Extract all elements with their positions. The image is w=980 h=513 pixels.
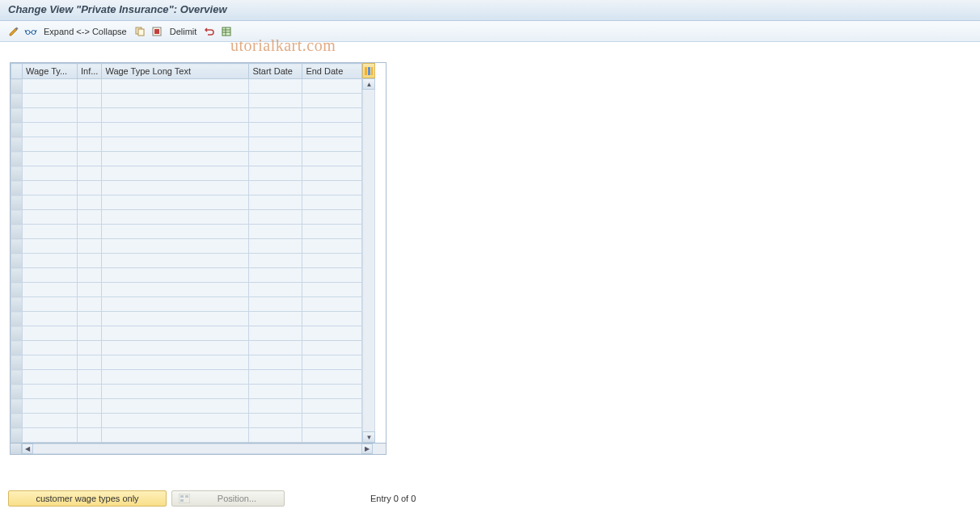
glasses-icon[interactable] [23, 24, 38, 39]
cell[interactable] [249, 166, 302, 181]
cell[interactable] [102, 370, 249, 385]
cell[interactable] [302, 239, 362, 254]
cell[interactable] [249, 94, 302, 108]
cell[interactable] [302, 196, 362, 210]
row-selector[interactable] [11, 79, 23, 94]
cell[interactable] [102, 326, 249, 341]
cell[interactable] [23, 152, 78, 166]
cell[interactable] [302, 108, 362, 123]
cell[interactable] [249, 355, 302, 370]
cell[interactable] [302, 428, 362, 443]
table-row[interactable] [11, 399, 362, 414]
cell[interactable] [23, 297, 78, 312]
cell[interactable] [102, 152, 249, 166]
cell[interactable] [102, 341, 249, 355]
cell[interactable] [302, 152, 362, 166]
cell[interactable] [102, 196, 249, 210]
cell[interactable] [78, 181, 102, 196]
cell[interactable] [249, 297, 302, 312]
cell[interactable] [302, 326, 362, 341]
cell[interactable] [78, 414, 102, 428]
data-table[interactable]: Wage Ty... Inf... Wage Type Long Text St… [11, 63, 362, 443]
cell[interactable] [249, 108, 302, 123]
cell[interactable] [102, 181, 249, 196]
row-selector[interactable] [11, 312, 23, 326]
cell[interactable] [249, 152, 302, 166]
table-row[interactable] [11, 123, 362, 137]
row-selector[interactable] [11, 297, 23, 312]
table-row[interactable] [11, 355, 362, 370]
table-row[interactable] [11, 239, 362, 254]
cell[interactable] [249, 399, 302, 414]
table-row[interactable] [11, 166, 362, 181]
table-row[interactable] [11, 196, 362, 210]
cell[interactable] [78, 428, 102, 443]
cell[interactable] [102, 268, 249, 283]
cell[interactable] [78, 239, 102, 254]
cell[interactable] [102, 79, 249, 94]
cell[interactable] [302, 385, 362, 399]
copy-icon[interactable] [133, 24, 147, 39]
cell[interactable] [78, 210, 102, 225]
cell[interactable] [302, 370, 362, 385]
cell[interactable] [78, 399, 102, 414]
row-selector[interactable] [11, 283, 23, 297]
col-header-wagetype[interactable]: Wage Ty... [23, 64, 78, 79]
cell[interactable] [23, 94, 78, 108]
row-selector[interactable] [11, 225, 23, 239]
col-header-longtext[interactable]: Wage Type Long Text [102, 64, 249, 79]
table-row[interactable] [11, 341, 362, 355]
cell[interactable] [78, 370, 102, 385]
row-selector[interactable] [11, 326, 23, 341]
col-header-enddate[interactable]: End Date [302, 64, 362, 79]
cell[interactable] [102, 399, 249, 414]
position-button[interactable]: Position... [171, 490, 285, 507]
scroll-right-button[interactable]: ▶ [361, 444, 373, 454]
cell[interactable] [78, 108, 102, 123]
table-row[interactable] [11, 370, 362, 385]
cell[interactable] [302, 355, 362, 370]
cell[interactable] [102, 355, 249, 370]
cell[interactable] [102, 414, 249, 428]
select-all-header[interactable] [11, 64, 23, 79]
cell[interactable] [23, 370, 78, 385]
cell[interactable] [102, 137, 249, 152]
cell[interactable] [78, 137, 102, 152]
scroll-track[interactable] [362, 90, 375, 431]
cell[interactable] [249, 254, 302, 268]
scroll-down-button[interactable]: ▼ [362, 431, 375, 443]
cell[interactable] [302, 94, 362, 108]
cell[interactable] [302, 181, 362, 196]
cell[interactable] [78, 254, 102, 268]
table-settings-icon[interactable] [219, 24, 234, 39]
row-selector[interactable] [11, 196, 23, 210]
table-row[interactable] [11, 225, 362, 239]
cell[interactable] [302, 210, 362, 225]
cell[interactable] [102, 297, 249, 312]
cell[interactable] [102, 94, 249, 108]
table-row[interactable] [11, 79, 362, 94]
expand-collapse-button[interactable]: Expand <-> Collapse [40, 25, 130, 38]
table-row[interactable] [11, 94, 362, 108]
cell[interactable] [23, 355, 78, 370]
cell[interactable] [302, 137, 362, 152]
cell[interactable] [78, 225, 102, 239]
cell[interactable] [249, 239, 302, 254]
undo-icon[interactable] [202, 24, 217, 39]
table-row[interactable] [11, 414, 362, 428]
cell[interactable] [23, 326, 78, 341]
scroll-left-button[interactable]: ◀ [22, 444, 33, 454]
cell[interactable] [302, 166, 362, 181]
cell[interactable] [78, 123, 102, 137]
cell[interactable] [249, 326, 302, 341]
row-selector[interactable] [11, 385, 23, 399]
row-selector[interactable] [11, 268, 23, 283]
cell[interactable] [102, 283, 249, 297]
row-selector[interactable] [11, 137, 23, 152]
cell[interactable] [102, 210, 249, 225]
cell[interactable] [302, 399, 362, 414]
cell[interactable] [23, 137, 78, 152]
cell[interactable] [23, 428, 78, 443]
cell[interactable] [302, 414, 362, 428]
row-selector[interactable] [11, 370, 23, 385]
